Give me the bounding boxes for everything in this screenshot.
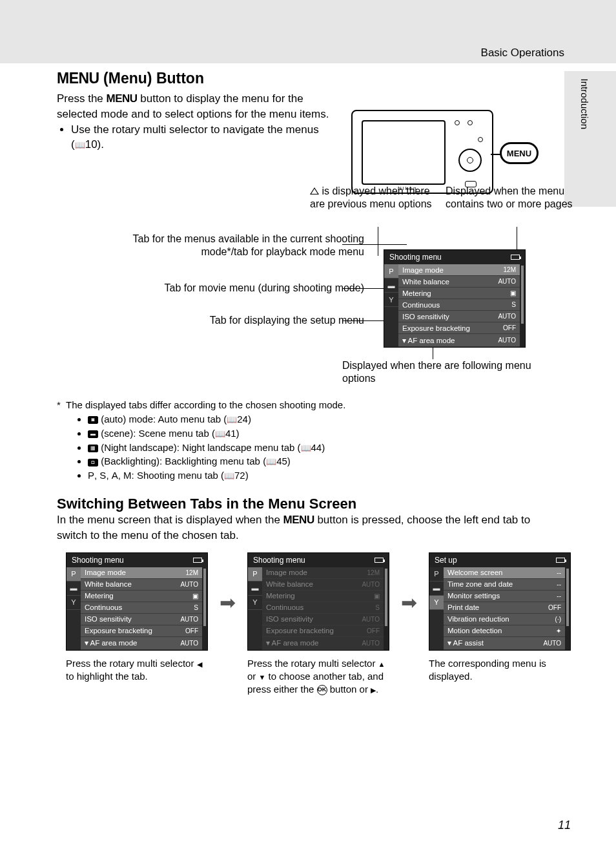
- mode-icon: ▬: [88, 430, 98, 438]
- mode-icon: ◙: [88, 416, 98, 424]
- menu-item: ContinuousS: [398, 299, 520, 311]
- menu-tab-p: P: [429, 567, 444, 582]
- menu-item: Time zone and date--: [444, 579, 565, 591]
- menu-tab-setup: Y: [248, 596, 262, 610]
- menu-item: ▾ AF assistAUTO: [444, 637, 565, 650]
- camera-detail-dot: [478, 137, 483, 142]
- menu-tab-setup: Y: [384, 293, 398, 307]
- rotary-selector-icon: [458, 149, 482, 172]
- annotation-following-options: Displayed when there are following menu …: [342, 359, 549, 385]
- annotation-shooting-tab: Tab for the menus available in the curre…: [93, 233, 364, 258]
- triangle-up-outline-icon: [310, 187, 319, 194]
- menu-scrollbar: [384, 567, 389, 650]
- menu-scrollbar: [520, 264, 525, 347]
- menu-tab-p: P: [67, 567, 81, 582]
- menu-item: Image mode12M: [398, 264, 520, 276]
- menu-item: Metering▣: [262, 591, 384, 602]
- menu-item: Print dateOFF: [444, 602, 565, 614]
- ok-button-icon: OK: [317, 685, 327, 695]
- menu-items: Welcome screen--Time zone and date--Moni…: [444, 567, 565, 650]
- battery-icon: [556, 558, 565, 563]
- menu-tabs: P ▬ Y: [384, 264, 398, 347]
- annotation-movie-tab: Tab for movie menu (during shooting mode…: [93, 282, 364, 295]
- menu-item: ContinuousS: [262, 602, 384, 614]
- menu-items: Image mode12MWhite balanceAUTOMetering▣C…: [262, 567, 384, 650]
- menu-title: Set up: [435, 556, 457, 565]
- menu-items: Image mode12MWhite balanceAUTOMetering▣C…: [398, 264, 520, 347]
- menu-item: White balanceAUTO: [81, 579, 202, 591]
- caption-3: The corresponding menu is displayed.: [429, 657, 571, 684]
- menu-title: Shooting menu: [72, 556, 124, 565]
- footnote-item: ◘ (Backlighting): Backlighting menu tab …: [88, 454, 532, 468]
- annotated-menu-diagram: is displayed when there are previous men…: [19, 191, 577, 392]
- menu-item: White balanceAUTO: [262, 579, 384, 591]
- heading-rest: (Menu) Button: [99, 70, 204, 87]
- footnote: *The displayed tabs differ according to …: [19, 398, 577, 483]
- section2-paragraph: In the menu screen that is displayed whe…: [19, 512, 577, 543]
- menu-word: MENU: [57, 70, 99, 87]
- menu-item: ▾ AF area modeAUTO: [398, 334, 520, 347]
- menu-item: Motion detection✦: [444, 625, 565, 637]
- menu-item: Image mode12M: [262, 567, 384, 579]
- menu-widget-2: Shooting menu P ▬ Y Image mode12MWhite b…: [247, 552, 389, 651]
- arrow-2: ➡: [401, 591, 417, 614]
- menu-item: Metering▣: [81, 591, 202, 602]
- footnote-item-psam: P, S, A, M: Shooting menu tab (72): [88, 468, 532, 483]
- menu-tab-setup: Y: [429, 596, 444, 610]
- footnote-list: ◙ (auto) mode: Auto menu tab (24)▬ (scen…: [57, 412, 532, 483]
- menu-item: ContinuousS: [81, 602, 202, 614]
- menu-scrollbar: [202, 567, 207, 650]
- menu-widget-1: Shooting menu P ▬ Y Image mode12MWhite b…: [66, 552, 208, 651]
- menu-item: ISO sensitivityAUTO: [398, 311, 520, 322]
- menu-title: Shooting menu: [389, 253, 442, 262]
- menu-title: Shooting menu: [253, 556, 305, 565]
- book-icon: [227, 414, 237, 424]
- camera-detail-dot: [455, 120, 460, 125]
- menu-tab-p: P: [248, 567, 262, 582]
- side-tab-label: Introduction: [579, 79, 590, 129]
- triangle-left-icon: [197, 658, 202, 669]
- camera-detail-dot: [467, 120, 473, 125]
- menu-item: ▾ AF area modeAUTO: [262, 637, 384, 650]
- menu-row: Shooting menu P ▬ Y Image mode12MWhite b…: [19, 552, 577, 697]
- menu-item: Monitor settings--: [444, 591, 565, 602]
- inline-menu-word: MENU: [283, 514, 314, 526]
- menu-tab-movie: ▬: [67, 582, 81, 596]
- menu-tab-movie: ▬: [384, 278, 398, 293]
- ok-center-icon: [467, 157, 473, 163]
- lead-line: [378, 227, 378, 256]
- book-icon: [224, 470, 234, 481]
- menu-tab-movie: ▬: [248, 582, 262, 596]
- triangle-down-icon: [259, 671, 266, 682]
- battery-icon: [375, 558, 384, 563]
- menu-tab-movie: ▬: [429, 582, 444, 596]
- menu-scrollbar: [565, 567, 570, 650]
- menu-items: Image mode12MWhite balanceAUTOMetering▣C…: [81, 567, 202, 650]
- menu-item: Exposure bracketingOFF: [81, 625, 202, 637]
- book-icon: [215, 428, 225, 439]
- menu-widget: Shooting menu P ▬ Y Image mode12MWhite b…: [384, 249, 526, 348]
- caption-2: Press the rotary multi selector or to ch…: [247, 657, 389, 697]
- annotation-multi-page: Displayed when the menu contains two or …: [446, 185, 575, 211]
- menu-item: Metering▣: [398, 288, 520, 299]
- menu-tab-p: P: [384, 264, 398, 278]
- menu-column-2: Shooting menu P ▬ Y Image mode12MWhite b…: [247, 552, 389, 697]
- book-icon: [301, 442, 311, 453]
- menu-column-1: Shooting menu P ▬ Y Image mode12MWhite b…: [66, 552, 208, 684]
- menu-item: White balanceAUTO: [398, 276, 520, 288]
- menu-item: Exposure bracketingOFF: [262, 625, 384, 637]
- lead-line: [342, 244, 407, 245]
- annotated-menu-widget: Shooting menu P ▬ Y Image mode12MWhite b…: [384, 249, 532, 348]
- breadcrumb: Basic Operations: [481, 47, 564, 59]
- menu-item: ISO sensitivityAUTO: [81, 614, 202, 625]
- menu-item: ISO sensitivityAUTO: [262, 614, 384, 625]
- footnote-item: ▬ (scene): Scene menu tab (41): [88, 426, 532, 441]
- menu-item: Image mode12M: [81, 567, 202, 579]
- arrow-right-icon: ➡: [401, 591, 417, 614]
- inline-menu-word: MENU: [107, 92, 138, 105]
- menu-item: Exposure bracketingOFF: [398, 322, 520, 334]
- footnote-item: ◙ (auto) mode: Auto menu tab (24): [88, 412, 532, 426]
- section-heading-switching-tabs: Switching Between Tabs in the Menu Scree…: [19, 496, 577, 512]
- book-icon: [75, 138, 85, 151]
- footnote-intro: The displayed tabs differ according to t…: [66, 398, 345, 412]
